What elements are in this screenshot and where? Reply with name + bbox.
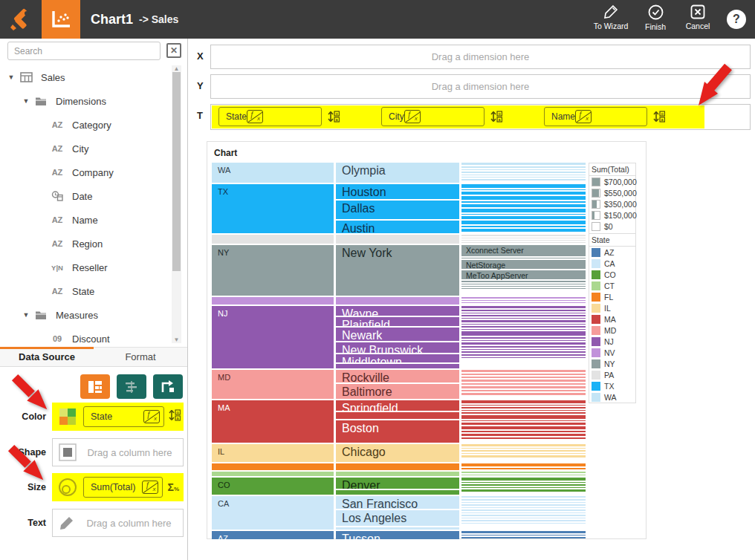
city-cell[interactable] bbox=[336, 472, 459, 476]
tab-format[interactable]: Format bbox=[94, 348, 187, 366]
city-cell-denver[interactable]: Denver bbox=[336, 478, 459, 489]
expand-arrow-icon[interactable]: ▼ bbox=[21, 311, 31, 319]
city-cell-tucson[interactable]: Tucson bbox=[336, 531, 459, 539]
t-field-chip-name[interactable]: Nameƒx bbox=[544, 107, 647, 126]
treemap-layout-button[interactable] bbox=[80, 374, 110, 399]
state-cell-az[interactable]: AZ bbox=[212, 531, 334, 539]
city-cell-boston[interactable]: Boston bbox=[336, 420, 459, 443]
t-drop-zone[interactable]: StateƒxoaCityƒxoaNameƒxoa bbox=[210, 104, 751, 130]
sort-icon[interactable]: oa bbox=[328, 110, 340, 126]
formula-icon[interactable]: ƒx bbox=[142, 481, 158, 494]
city-cell[interactable] bbox=[336, 527, 459, 530]
text-drop-zone[interactable]: Drag a column here bbox=[52, 509, 184, 537]
name-bar-netstorage[interactable]: NetStorage bbox=[461, 260, 586, 269]
shape-drop-zone[interactable]: Drag a column here bbox=[52, 438, 184, 466]
tree-item-label: Name bbox=[72, 215, 98, 226]
t-field-chip-city[interactable]: Cityƒx bbox=[381, 107, 485, 126]
scroll-up-icon[interactable]: ▲ bbox=[172, 65, 181, 72]
city-cell-new-brunswick[interactable]: New Brunswick bbox=[336, 342, 459, 353]
state-cell-pa[interactable] bbox=[212, 235, 334, 244]
chart-type-icon[interactable] bbox=[42, 0, 80, 39]
tree-item-sales[interactable]: ▼Sales bbox=[0, 65, 171, 89]
state-cell-ca[interactable]: CA bbox=[212, 496, 334, 530]
tree-scrollbar[interactable]: ▲ ▼ bbox=[172, 65, 181, 343]
y-drop-zone[interactable]: Drag a dimension here bbox=[210, 74, 751, 99]
tree-item-measures[interactable]: ▼Measures bbox=[0, 303, 171, 327]
to-wizard-button[interactable]: To Wizard bbox=[586, 4, 635, 30]
city-cell[interactable] bbox=[336, 463, 459, 470]
city-cell[interactable] bbox=[336, 297, 459, 305]
city-cell[interactable] bbox=[336, 235, 459, 244]
tree-item-discount[interactable]: 09Discount bbox=[0, 327, 171, 345]
tree-item-date[interactable]: Date bbox=[0, 184, 171, 208]
city-cell[interactable] bbox=[336, 364, 459, 368]
close-icon[interactable]: ✕ bbox=[166, 43, 181, 58]
color-drop-zone[interactable]: State ƒx oa bbox=[52, 403, 184, 431]
city-cell-olympia[interactable]: Olympia bbox=[336, 163, 459, 183]
city-cell-chicago[interactable]: Chicago bbox=[336, 444, 459, 462]
t-field-chip-state[interactable]: Stateƒx bbox=[218, 107, 322, 126]
tree-item-name[interactable]: AZName bbox=[0, 208, 171, 232]
hierarchy-layout-button[interactable] bbox=[117, 374, 146, 399]
formula-icon[interactable]: ƒx bbox=[404, 110, 421, 123]
color-field-chip[interactable]: State ƒx bbox=[83, 406, 164, 427]
state-cell-ma[interactable]: MA bbox=[212, 400, 334, 443]
city-cell-baltimore[interactable]: Baltimore bbox=[336, 384, 459, 399]
formula-icon[interactable]: ƒx bbox=[143, 410, 160, 423]
name-bar-metoo-appserver[interactable]: MeToo AppServer bbox=[461, 270, 586, 279]
x-drop-zone[interactable]: Drag a dimension here bbox=[210, 45, 751, 69]
city-cell-dallas[interactable]: Dallas bbox=[336, 201, 459, 219]
treemap-state-row-tx: TXHoustonDallasAustin bbox=[212, 184, 586, 233]
tree-item-company[interactable]: AZCompany bbox=[0, 160, 171, 184]
tree-item-label: Sales bbox=[41, 72, 65, 83]
formula-icon[interactable]: ƒx bbox=[575, 110, 592, 123]
legend-color-item-wa: WA bbox=[589, 391, 635, 403]
expand-arrow-icon[interactable]: ▼ bbox=[21, 97, 31, 105]
city-cell-rockville[interactable]: Rockville bbox=[336, 370, 459, 382]
scroll-down-icon[interactable]: ▼ bbox=[172, 336, 181, 343]
city-cell[interactable] bbox=[336, 412, 459, 419]
name-bar-xconnect-server[interactable]: Xconnect Server bbox=[461, 245, 586, 256]
city-cell-san-francisco[interactable]: San Francisco bbox=[336, 496, 459, 509]
cancel-button[interactable]: Cancel bbox=[673, 4, 722, 30]
expand-arrow-icon[interactable]: ▼ bbox=[6, 74, 16, 81]
sort-icon[interactable]: oa bbox=[490, 110, 502, 126]
city-cell-newark[interactable]: Newark bbox=[336, 328, 459, 341]
formula-icon[interactable]: ƒx bbox=[247, 110, 263, 123]
tree-item-state[interactable]: AZState bbox=[0, 279, 171, 303]
sort-icon[interactable]: oa bbox=[653, 110, 665, 126]
tree-item-reseller[interactable]: Y|NReseller bbox=[0, 255, 171, 279]
city-cell-plainfield[interactable]: Plainfield bbox=[336, 317, 459, 326]
state-cell-ny[interactable]: NY bbox=[212, 245, 334, 296]
size-drop-zone[interactable]: Sum(Total) ƒx Σ% bbox=[52, 473, 184, 501]
tab-data-source[interactable]: Data Source bbox=[0, 348, 94, 366]
city-cell[interactable] bbox=[336, 490, 459, 495]
state-cell-ct[interactable] bbox=[212, 472, 334, 476]
state-cell-nv[interactable] bbox=[212, 297, 334, 305]
state-cell-co[interactable]: CO bbox=[212, 478, 334, 495]
city-cell-wayne[interactable]: Wayne bbox=[336, 306, 459, 316]
state-cell-nj[interactable]: NJ bbox=[212, 306, 334, 368]
tree-item-city[interactable]: AZCity bbox=[0, 137, 171, 160]
city-cell-springfield[interactable]: Springfield bbox=[336, 400, 459, 411]
search-input[interactable] bbox=[7, 42, 161, 60]
aggregation-icon[interactable]: Σ% bbox=[167, 481, 179, 493]
tree-item-category[interactable]: AZCategory bbox=[0, 113, 171, 137]
city-cell-houston[interactable]: Houston bbox=[336, 184, 459, 199]
city-cell-austin[interactable]: Austin bbox=[336, 221, 459, 233]
tree-item-region[interactable]: AZRegion bbox=[0, 232, 171, 255]
state-cell-md[interactable]: MD bbox=[212, 370, 334, 399]
tree-item-dimensions[interactable]: ▼Dimensions bbox=[0, 89, 171, 113]
sort-icon[interactable]: oa bbox=[169, 408, 181, 425]
city-cell-middletown[interactable]: Middletown bbox=[336, 354, 459, 362]
state-cell-il[interactable]: IL bbox=[212, 444, 334, 462]
help-button[interactable]: ? bbox=[727, 10, 746, 29]
rotate-layout-button[interactable] bbox=[153, 374, 183, 399]
scroll-thumb[interactable] bbox=[172, 72, 181, 271]
size-field-chip[interactable]: Sum(Total) ƒx bbox=[83, 477, 163, 498]
city-cell-new-york[interactable]: New York bbox=[336, 245, 459, 296]
state-cell-fl[interactable] bbox=[212, 463, 334, 470]
state-cell-wa[interactable]: WA bbox=[212, 163, 334, 183]
city-cell-los-angeles[interactable]: Los Angeles bbox=[336, 510, 459, 526]
state-cell-tx[interactable]: TX bbox=[212, 184, 334, 233]
